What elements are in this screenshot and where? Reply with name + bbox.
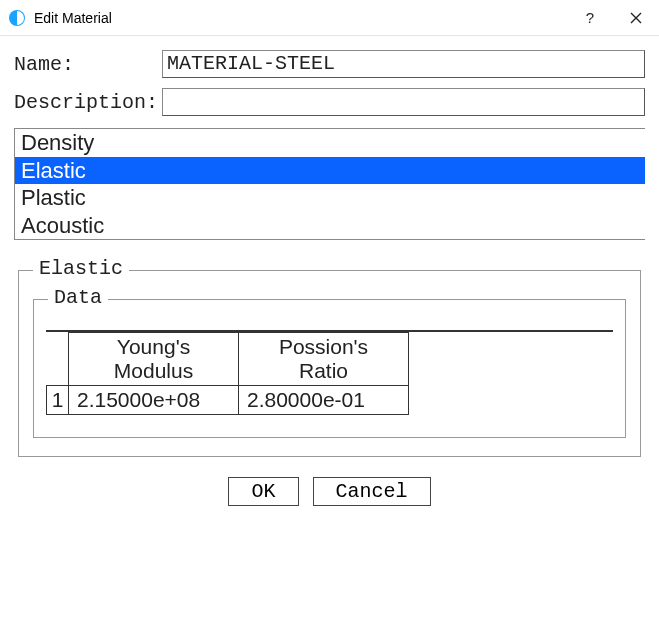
name-label: Name: (14, 53, 162, 76)
data-table-wrap: Young'sModulusPossion'sRatio12.15000e+08… (46, 330, 613, 415)
description-row: Description: (14, 88, 645, 116)
data-group: Data Young'sModulusPossion'sRatio12.1500… (33, 299, 626, 438)
name-input[interactable]: MATERIAL-STEEL (162, 50, 645, 78)
row-number: 1 (47, 386, 69, 415)
elastic-group: Elastic Data Young'sModulusPossion'sRati… (18, 270, 641, 457)
row-number-header (47, 333, 69, 386)
data-cell[interactable]: 2.80000e-01 (239, 386, 409, 415)
table-row: 12.15000e+082.80000e-01 (47, 386, 409, 415)
help-button[interactable]: ? (567, 0, 613, 36)
behavior-item-density[interactable]: Density (15, 129, 645, 157)
behavior-item-elastic[interactable]: Elastic (15, 157, 645, 185)
cancel-button[interactable]: Cancel (313, 477, 431, 506)
behavior-item-acoustic[interactable]: Acoustic (15, 212, 645, 240)
window-title: Edit Material (34, 10, 567, 26)
description-input[interactable] (162, 88, 645, 116)
data-table: Young'sModulusPossion'sRatio12.15000e+08… (46, 332, 409, 415)
titlebar: Edit Material ? (0, 0, 659, 36)
elastic-group-title: Elastic (33, 257, 129, 280)
column-header: Possion'sRatio (239, 333, 409, 386)
app-icon (8, 9, 26, 27)
ok-button[interactable]: OK (228, 477, 298, 506)
column-header: Young'sModulus (69, 333, 239, 386)
close-button[interactable] (613, 0, 659, 36)
name-row: Name: MATERIAL-STEEL (14, 50, 645, 78)
description-label: Description: (14, 91, 162, 114)
behavior-item-plastic[interactable]: Plastic (15, 184, 645, 212)
dialog-content: Name: MATERIAL-STEEL Description: Densit… (0, 36, 659, 518)
data-group-title: Data (48, 286, 108, 309)
behavior-list[interactable]: DensityElasticPlasticAcoustic (14, 128, 645, 240)
data-cell[interactable]: 2.15000e+08 (69, 386, 239, 415)
button-bar: OK Cancel (14, 477, 645, 506)
